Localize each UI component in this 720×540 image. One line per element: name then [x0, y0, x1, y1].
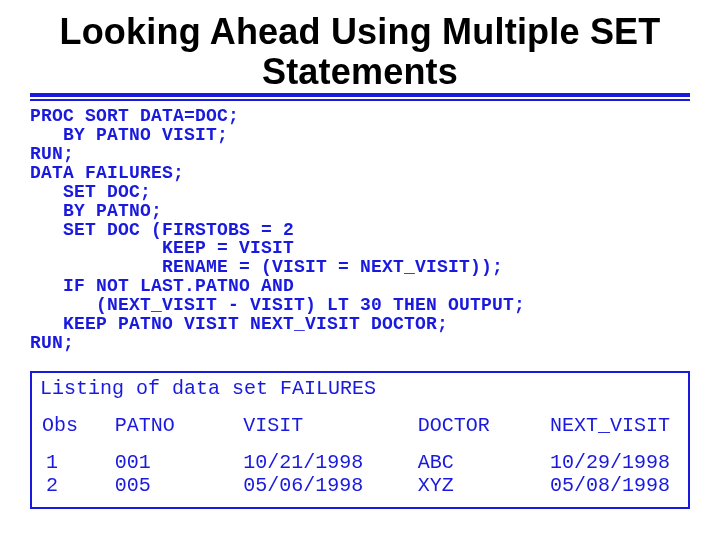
col-visit: VISIT [233, 414, 408, 451]
cell-patno: 001 [105, 451, 234, 474]
col-obs: Obs [40, 414, 105, 451]
cell-obs: 2 [40, 474, 105, 497]
table-row: 1 001 10/21/1998 ABC 10/29/1998 [40, 451, 680, 474]
divider-thick [30, 93, 690, 97]
col-patno: PATNO [105, 414, 234, 451]
table-row: 2 005 05/06/1998 XYZ 05/08/1998 [40, 474, 680, 497]
code-block: PROC SORT DATA=DOC; BY PATNO VISIT; RUN;… [30, 107, 690, 353]
listing-box: Listing of data set FAILURES Obs PATNO V… [30, 371, 690, 509]
table-header-row: Obs PATNO VISIT DOCTOR NEXT_VISIT [40, 414, 680, 451]
cell-obs: 1 [40, 451, 105, 474]
cell-doctor: XYZ [408, 474, 540, 497]
failures-table: Obs PATNO VISIT DOCTOR NEXT_VISIT 1 001 … [40, 414, 680, 497]
cell-patno: 005 [105, 474, 234, 497]
cell-next-visit: 10/29/1998 [540, 451, 680, 474]
cell-visit: 05/06/1998 [233, 474, 408, 497]
col-next-visit: NEXT_VISIT [540, 414, 680, 451]
slide: Looking Ahead Using Multiple SET Stateme… [0, 0, 720, 540]
col-doctor: DOCTOR [408, 414, 540, 451]
listing-title: Listing of data set FAILURES [40, 377, 680, 400]
cell-visit: 10/21/1998 [233, 451, 408, 474]
divider-thin [30, 99, 690, 101]
cell-next-visit: 05/08/1998 [540, 474, 680, 497]
cell-doctor: ABC [408, 451, 540, 474]
slide-title: Looking Ahead Using Multiple SET Stateme… [30, 12, 690, 91]
